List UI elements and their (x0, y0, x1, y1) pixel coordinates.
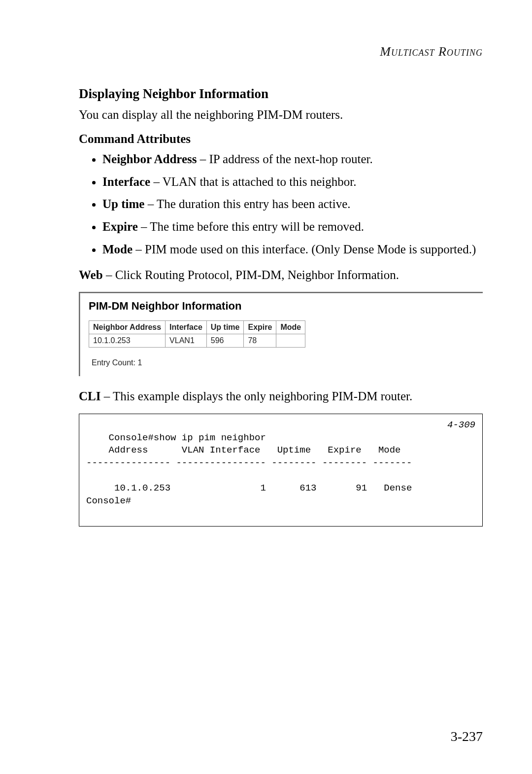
attribute-list: Neighbor Address – IP address of the nex… (79, 151, 483, 258)
cell-expire: 78 (244, 334, 276, 348)
attr-term: Mode (102, 243, 133, 256)
table-header-row: Neighbor Address Interface Up time Expir… (89, 321, 305, 334)
cli-output-box: 4-309Console#show ip pim neighbor Addres… (79, 414, 483, 527)
running-head: Multicast Routing (79, 44, 483, 59)
col-header: Up time (206, 321, 244, 334)
attr-desc: – The duration this entry has been activ… (144, 197, 350, 211)
col-header: Expire (244, 321, 276, 334)
col-header: Interface (166, 321, 207, 334)
panel-title: PIM-DM Neighbor Information (89, 300, 474, 313)
attr-desc: – IP address of the next-hop router. (197, 152, 372, 166)
page: Multicast Routing Displaying Neighbor In… (0, 0, 532, 774)
neighbor-table: Neighbor Address Interface Up time Expir… (89, 320, 305, 348)
col-header: Neighbor Address (89, 321, 166, 334)
cell-interface: VLAN1 (166, 334, 207, 348)
list-item: Up time – The duration this entry has be… (102, 196, 483, 212)
list-item: Neighbor Address – IP address of the nex… (102, 151, 483, 168)
attr-desc: – VLAN that is attached to this neighbor… (150, 175, 356, 188)
attr-term: Up time (102, 197, 144, 211)
page-number: 3-237 (451, 729, 483, 744)
cli-lines: Console#show ip pim neighbor Address VLA… (86, 432, 412, 506)
screenshot-panel: PIM-DM Neighbor Information Neighbor Add… (79, 292, 483, 376)
attr-term: Neighbor Address (102, 152, 197, 166)
web-text: – Click Routing Protocol, PIM-DM, Neighb… (103, 268, 399, 281)
attr-desc: – PIM mode used on this interface. (Only… (133, 243, 476, 256)
attr-desc: – The time before this entry will be rem… (138, 220, 364, 233)
list-item: Expire – The time before this entry will… (102, 218, 483, 235)
section-title: Displaying Neighbor Information (79, 86, 483, 102)
web-lead: Web (79, 268, 103, 281)
cli-text: – This example displays the only neighbo… (100, 389, 412, 403)
cell-uptime: 596 (206, 334, 244, 348)
entry-count: Entry Count: 1 (92, 358, 474, 367)
cli-instruction: CLI – This example displays the only nei… (79, 388, 483, 405)
attr-term: Interface (102, 175, 150, 188)
cli-lead: CLI (79, 389, 100, 403)
intro-text: You can display all the neighboring PIM-… (79, 106, 483, 123)
list-item: Mode – PIM mode used on this interface. … (102, 241, 483, 258)
web-instruction: Web – Click Routing Protocol, PIM-DM, Ne… (79, 267, 483, 283)
list-item: Interface – VLAN that is attached to thi… (102, 174, 483, 190)
cell-address: 10.1.0.253 (89, 334, 166, 348)
attr-term: Expire (102, 220, 138, 233)
cell-mode (276, 334, 305, 348)
cli-page-ref: 4-309 (447, 419, 475, 432)
col-header: Mode (276, 321, 305, 334)
command-attributes-heading: Command Attributes (79, 132, 483, 146)
table-row: 10.1.0.253 VLAN1 596 78 (89, 334, 305, 348)
